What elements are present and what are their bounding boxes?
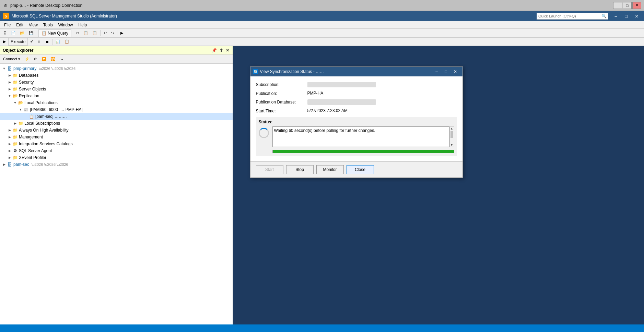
new-query-button[interactable]: 📋 New Query	[38, 29, 71, 37]
toolbar-undo-button[interactable]: ↩	[102, 29, 108, 37]
status-spinner	[259, 128, 270, 139]
tree-node-databases[interactable]: ▶ 📁 Databases	[0, 72, 233, 79]
expander-replication: ▼	[7, 93, 12, 99]
toolbar-sql-btn5[interactable]: 📊	[54, 38, 62, 46]
toolbar-paste-button[interactable]: 📋	[91, 29, 99, 37]
oe-disconnect-button[interactable]: ⚡	[23, 56, 31, 63]
tree-node-always-on[interactable]: ▶ 📁 Always On High Availability	[0, 127, 233, 134]
ssms-titlebar: S Microsoft SQL Server Management Studio…	[0, 11, 644, 21]
new-query-label: New Query	[48, 31, 68, 36]
management-folder-icon: 📁	[12, 134, 18, 140]
vss-status-section: Status: Waiting 60 second(s) before pol	[256, 117, 457, 156]
toolbar-new-button[interactable]: 📄	[9, 29, 17, 37]
tree-node-xevent-profiler[interactable]: ▶ 📁 XEvent Profiler	[0, 154, 233, 161]
xevent-profiler-folder-icon: 📁	[12, 155, 18, 160]
main-area: Object Explorer 📌 ⬆ ✕ Connect ▾ ⚡ ⟳ 🔽 🔁 …	[0, 46, 644, 332]
stop-button[interactable]: Stop	[286, 165, 314, 174]
vss-minimize-button[interactable]: –	[432, 68, 441, 75]
tree-node-pam-sec-sub[interactable]: 📋 [pam-sec] ………	[0, 113, 233, 120]
close-dialog-button[interactable]: Close	[347, 165, 374, 174]
rdp-close-button[interactable]: ✕	[632, 2, 641, 9]
pam360-pub-label: [PAM360_6000_… PMP-HA]	[30, 107, 83, 112]
oe-expand-button[interactable]: ↔	[58, 56, 66, 63]
expander-local-subscriptions: ▶	[12, 121, 18, 126]
monitor-button[interactable]: Monitor	[316, 165, 344, 174]
toolbar-open-button[interactable]: 📂	[18, 29, 26, 37]
oe-filter-button[interactable]: 🔽	[40, 56, 48, 63]
oe-collapse-button[interactable]: 🔁	[49, 56, 57, 63]
menu-view[interactable]: View	[26, 22, 40, 28]
databases-folder-icon: 📁	[12, 73, 18, 78]
publication-label: Publication:	[256, 91, 307, 96]
local-publications-folder-icon: 📂	[18, 100, 23, 106]
tree-node-local-publications[interactable]: ▼ 📂 Local Publications	[0, 99, 233, 106]
toolbar-new-db-button[interactable]: 🗄	[1, 29, 9, 37]
integration-services-folder-icon: 📁	[12, 141, 18, 147]
pub-database-label: Publication Database:	[256, 99, 307, 104]
start-time-row: Start Time: 5/27/2023 7:23:02 AM	[256, 108, 457, 113]
tree-node-integration-services[interactable]: ▶ 📁 Integration Services Catalogs	[0, 140, 233, 147]
sql-agent-icon: ⚙	[12, 148, 18, 153]
quick-launch-input[interactable]	[538, 14, 600, 18]
tree-node-management[interactable]: ▶ 📁 Management	[0, 134, 233, 140]
tree-node-pam360-pub[interactable]: ▼ 📰 [PAM360_6000_… PMP-HA]	[0, 106, 233, 113]
oe-connect-label: Connect ▾	[3, 57, 20, 61]
oe-close-button[interactable]: ✕	[225, 48, 230, 53]
menu-edit[interactable]: Edit	[13, 22, 26, 28]
scrollbar-up[interactable]: ▲	[450, 127, 454, 130]
object-explorer-panel: Object Explorer 📌 ⬆ ✕ Connect ▾ ⚡ ⟳ 🔽 🔁 …	[0, 46, 233, 332]
toolbar-save-button[interactable]: 💾	[27, 29, 35, 37]
replication-label: Replication	[19, 94, 39, 98]
vss-restore-button[interactable]: □	[442, 68, 450, 75]
replication-folder-icon: 📂	[12, 93, 18, 99]
databases-label: Databases	[19, 73, 38, 78]
tree-node-local-subscriptions[interactable]: ▶ 📁 Local Subscriptions	[0, 120, 233, 127]
expander-databases: ▶	[7, 73, 12, 78]
toolbar-copy-button[interactable]: 📋	[82, 29, 90, 37]
toolbar-debug-button[interactable]: ▶	[119, 29, 125, 37]
tree-node-security[interactable]: ▶ 📁 Security	[0, 79, 233, 86]
oe-float-button[interactable]: ⬆	[219, 48, 224, 53]
rdp-restore-button[interactable]: □	[623, 2, 632, 9]
start-button[interactable]: Start	[256, 165, 283, 174]
menu-bar: File Edit View Tools Window Help	[0, 21, 644, 29]
vss-dialog-body: Subscription: Publication: PMP-HA Public…	[250, 76, 462, 161]
ssms-restore-button[interactable]: □	[621, 12, 631, 20]
rdp-minimize-button[interactable]: –	[613, 2, 622, 9]
toolbar-sql-btn2[interactable]: ✔	[28, 38, 35, 46]
vss-close-button[interactable]: ✕	[451, 68, 460, 75]
toolbar-sql-btn3[interactable]: ⏸	[36, 38, 43, 46]
oe-connect-button[interactable]: Connect ▾	[1, 56, 22, 63]
always-on-folder-icon: 📁	[12, 127, 18, 133]
oe-refresh-button[interactable]: ⟳	[32, 56, 39, 63]
expander-integration-services: ▶	[7, 141, 12, 147]
ssms-minimize-button[interactable]: –	[611, 12, 621, 20]
status-scrollbar[interactable]: ▲ ▼	[449, 126, 454, 147]
toolbar-sql-btn4[interactable]: ⏹	[44, 38, 51, 46]
object-explorer-header: Object Explorer 📌 ⬆ ✕	[0, 46, 233, 55]
expander-server-objects: ▶	[7, 86, 12, 92]
tree-node-sql-agent[interactable]: ▶ ⚙ SQL Server Agent	[0, 147, 233, 154]
rdp-window-controls: – □ ✕	[613, 2, 641, 9]
toolbar-sql-btn6[interactable]: 📋	[63, 38, 71, 46]
scrollbar-thumb[interactable]	[450, 131, 453, 138]
expander-pam360-pub: ▼	[18, 107, 23, 112]
object-explorer-title: Object Explorer	[3, 48, 33, 53]
oe-toolbar: Connect ▾ ⚡ ⟳ 🔽 🔁 ↔	[0, 55, 233, 64]
menu-help[interactable]: Help	[76, 22, 90, 28]
toolbar-redo-button[interactable]: ↪	[109, 29, 116, 37]
tree-node-server-pam-sec[interactable]: ▶ 🗄 pam-sec \u2026 \u2026 \u2026	[0, 161, 233, 168]
menu-tools[interactable]: Tools	[40, 22, 56, 28]
scrollbar-down[interactable]: ▼	[450, 143, 454, 147]
publication-value: PMP-HA	[307, 91, 324, 96]
oe-pin-button[interactable]: 📌	[211, 48, 218, 53]
tree-node-replication[interactable]: ▼ 📂 Replication	[0, 93, 233, 99]
toolbar-cut-button[interactable]: ✂	[74, 29, 81, 37]
menu-file[interactable]: File	[1, 22, 13, 28]
tree-node-server-objects[interactable]: ▶ 📁 Server Objects	[0, 86, 233, 93]
execute-button[interactable]: Execute	[8, 38, 28, 46]
menu-window[interactable]: Window	[56, 22, 76, 28]
toolbar-sql-btn1[interactable]: ▶	[1, 38, 8, 46]
ssms-close-button[interactable]: ✕	[632, 12, 641, 20]
tree-node-server-primary[interactable]: ▼ 🗄 pmp-primary \u2026 \u2026 \u2026	[0, 65, 233, 72]
